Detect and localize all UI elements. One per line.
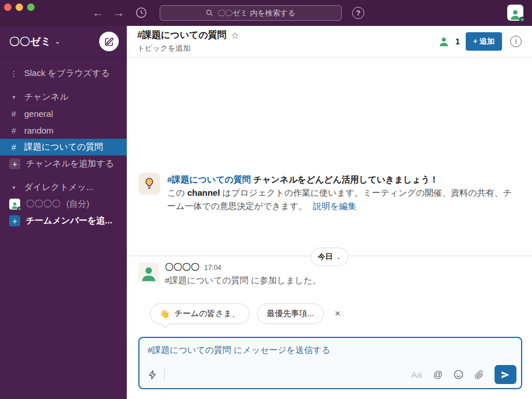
channel-title[interactable]: #課題についての質問 <box>137 29 227 41</box>
send-icon <box>501 370 510 379</box>
message-composer[interactable]: #課題についての質問 にメッセージを送信する Aa @ <box>138 337 522 389</box>
presence-indicator <box>519 17 525 22</box>
suggestion-chip-2[interactable]: 最優先事項... <box>257 303 324 324</box>
star-icon[interactable]: ☆ <box>231 30 239 41</box>
sidebar-section-direct-messages[interactable]: ▾ ダイレクトメッ... <box>0 179 127 196</box>
emoji-icon[interactable] <box>453 369 464 380</box>
hash-icon: # <box>9 109 18 119</box>
dm-user-suffix: (自分) <box>66 199 89 210</box>
workspace-header: 〇〇ゼミ ⌄ <box>0 26 127 58</box>
presence-indicator <box>17 207 22 211</box>
add-people-button[interactable]: + 追加 <box>466 32 502 51</box>
date-divider: 今日 ⌄ <box>127 248 532 264</box>
zoom-window-button[interactable] <box>27 3 35 11</box>
sidebar-add-channel[interactable]: + チャンネルを追加する <box>0 155 127 172</box>
composer-placeholder[interactable]: #課題についての質問 にメッセージを送信する <box>139 338 521 356</box>
channel-topic-add[interactable]: トピックを追加 <box>137 43 239 54</box>
plus-icon: + <box>9 158 20 169</box>
window-controls <box>4 3 35 11</box>
search-placeholder: 〇〇ゼミ 内を検索する <box>217 8 295 18</box>
history-clock-icon[interactable] <box>134 5 149 20</box>
message-row: 〇〇〇〇 17:04 #課題についての質問 に参加しました。 <box>138 262 321 286</box>
members-icon[interactable] <box>438 36 450 47</box>
history-forward-icon[interactable]: → <box>113 6 124 20</box>
suggestion-chip-1[interactable]: 👋 チームの皆さま、 <box>150 303 250 324</box>
plus-icon: + <box>9 215 20 226</box>
compose-icon <box>104 37 114 47</box>
minimize-window-button[interactable] <box>16 3 23 11</box>
wave-emoji-icon: 👋 <box>160 309 169 318</box>
suggested-replies: 👋 チームの皆さま、 最優先事項... × <box>150 303 344 324</box>
main-panel: #課題についての質問 ☆ トピックを追加 1 + 追加 i <box>127 26 532 399</box>
top-bar: ← → 〇〇ゼミ 内を検索する ? <box>0 0 532 26</box>
sidebar-add-team-member[interactable]: + チームメンバーを追... <box>0 212 127 229</box>
chevron-down-icon: ⌄ <box>55 37 61 45</box>
workspace-name: 〇〇ゼミ <box>9 35 51 48</box>
mention-icon[interactable]: @ <box>433 370 443 380</box>
hash-icon: # <box>9 126 18 135</box>
avatar[interactable] <box>138 262 159 283</box>
channel-link[interactable]: #課題についての質問 <box>167 174 251 184</box>
toolbar-divider <box>164 368 165 381</box>
caret-down-icon: ▾ <box>9 184 18 191</box>
slack-window: ← → 〇〇ゼミ 内を検索する ? 〇〇ゼミ <box>0 0 532 399</box>
search-icon <box>206 9 213 17</box>
member-count[interactable]: 1 <box>455 37 460 46</box>
message-body: #課題についての質問 に参加しました。 <box>165 275 321 286</box>
history-back-icon[interactable]: ← <box>92 6 104 20</box>
channel-header: #課題についての質問 ☆ トピックを追加 1 + 追加 i <box>127 26 532 58</box>
text-format-button[interactable]: Aa <box>411 370 421 379</box>
dm-user-name: 〇〇〇〇 <box>26 199 61 210</box>
sidebar-item-browse-slack[interactable]: ⋮ Slack をブラウズする <box>0 65 127 82</box>
channel-info-icon[interactable]: i <box>510 36 522 47</box>
sidebar-section-channels[interactable]: ▾ チャンネル <box>0 89 127 105</box>
workspace-menu[interactable]: 〇〇ゼミ ⌄ <box>9 35 61 48</box>
help-icon[interactable]: ? <box>352 7 364 19</box>
shortcuts-bolt-icon[interactable] <box>148 370 157 380</box>
hash-icon: # <box>9 143 18 152</box>
composer-toolbar: Aa @ <box>148 365 516 384</box>
welcome-text: #課題についての質問 チャンネルをどんどん活用していきましょう！ この chan… <box>167 173 519 212</box>
person-icon <box>139 264 158 283</box>
sidebar-channel-kadai-selected[interactable]: # 課題についての質問 <box>0 139 127 155</box>
lightbulb-icon <box>138 173 160 195</box>
send-button[interactable] <box>495 365 516 384</box>
caret-down-icon: ▾ <box>9 94 18 100</box>
close-window-button[interactable] <box>4 3 12 11</box>
dots-icon: ⋮ <box>9 69 18 78</box>
attachment-paperclip-icon[interactable] <box>474 370 484 380</box>
sidebar-dm-self[interactable]: 〇〇〇〇 (自分) <box>0 196 127 212</box>
avatar <box>9 199 20 210</box>
sidebar-channel-random[interactable]: # random <box>0 122 127 139</box>
user-avatar[interactable] <box>507 5 523 21</box>
channel-welcome-message: #課題についての質問 チャンネルをどんどん活用していきましょう！ この chan… <box>138 173 519 212</box>
sidebar: 〇〇ゼミ ⌄ ⋮ Slack をブラウズする ▾ チャンネル # gen <box>0 26 127 399</box>
message-timestamp[interactable]: 17:04 <box>204 264 221 272</box>
search-input[interactable]: 〇〇ゼミ 内を検索する <box>160 5 342 21</box>
sidebar-channel-general[interactable]: # general <box>0 105 127 122</box>
message-author[interactable]: 〇〇〇〇 <box>165 262 199 273</box>
chevron-down-icon: ⌄ <box>336 254 341 260</box>
close-icon[interactable]: × <box>331 308 344 320</box>
edit-description-link[interactable]: 説明を編集 <box>313 201 356 211</box>
new-message-button[interactable] <box>99 32 119 51</box>
